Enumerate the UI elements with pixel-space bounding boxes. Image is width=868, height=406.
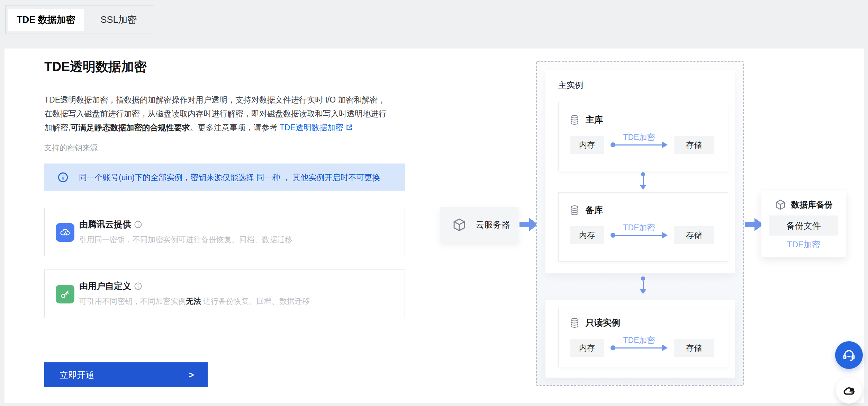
memory-box: 内存 — [570, 136, 604, 154]
arrow-right-icon — [745, 218, 763, 231]
standby-db-label: 备库 — [586, 204, 603, 216]
tde-doc-link[interactable]: TDE透明数据加密 — [280, 123, 343, 132]
key-source-label: 支持的密钥来源 — [44, 143, 98, 153]
option-desc-user: 可引用不同密钥，不同加密实例无法 进行备份恢复、回档、数据迁移 — [79, 296, 310, 307]
chevron-right-icon: > — [189, 370, 194, 380]
primary-db-card: 主库 内存 TDE加密 存储 — [558, 102, 728, 171]
readonly-instance-panel: 只读实例 内存 TDE加密 存储 — [545, 300, 735, 378]
cube-icon — [775, 199, 786, 211]
page-title: TDE透明数据加密 — [44, 58, 147, 76]
desc-line-2: 在数据写入磁盘前进行加密，从磁盘读取内存时进行解密，即对磁盘数据读取和写入时透明… — [44, 109, 387, 118]
option-title-tencent: 由腾讯云提供 — [79, 219, 131, 230]
cloud-notification-button[interactable] — [836, 377, 862, 404]
cloud-server-node: 云服务器 — [440, 207, 518, 242]
option-card-user-defined[interactable]: 由用户自定义 可引用不同密钥，不同加密实例无法 进行备份恢复、回档、数据迁移 — [44, 270, 405, 318]
activate-now-button[interactable]: 立即开通 > — [44, 362, 208, 387]
database-icon — [570, 205, 579, 215]
tooltip-info-icon[interactable] — [134, 282, 142, 290]
desc-line-3-prefix: 加解密, — [44, 123, 70, 132]
primary-instance-label: 主实例 — [558, 80, 583, 91]
encryption-tabbar: TDE 数据加密 SSL加密 — [5, 6, 154, 34]
database-backup-card: 数据库备份 备份文件 TDE加密 — [761, 191, 846, 257]
arrow-right-icon — [519, 218, 538, 231]
info-banner: 同一个账号(uin)下的全部实例，密钥来源仅能选择 同一种 ， 其他实例开启时不… — [44, 164, 405, 191]
tooltip-info-icon[interactable] — [134, 220, 142, 229]
cloud-server-label: 云服务器 — [476, 219, 510, 230]
tab-ssl-encryption[interactable]: SSL加密 — [84, 9, 154, 31]
backup-file-box: 备份文件 — [769, 215, 838, 236]
readonly-instance-card: 只读实例 内存 TDE加密 存储 — [558, 308, 728, 367]
option-title-user: 由用户自定义 — [79, 280, 131, 292]
memory-box: 内存 — [570, 339, 604, 357]
tde-encrypt-arrow: TDE加密 — [611, 141, 668, 148]
page: TDE 数据加密 SSL加密 TDE透明数据加密 TDE透明数据加密，指数据的加… — [0, 0, 868, 406]
desc-line-3-bold: 可满足静态数据加密的合规性要求 — [70, 123, 190, 132]
arrow-down-icon — [639, 172, 647, 190]
readonly-instance-label: 只读实例 — [586, 317, 620, 328]
option-desc-user-prefix: 可引用不同密钥，不同加密实例 — [79, 297, 186, 306]
banner-text: 同一个账号(uin)下的全部实例，密钥来源仅能选择 同一种 ， 其他实例开启时不… — [79, 172, 380, 183]
desc-line-1: TDE透明数据加密，指数据的加解密操作对用户透明，支持对数据文件进行实时 I/O… — [44, 95, 386, 104]
option-desc-user-bold: 无法 — [186, 297, 201, 306]
tde-encrypt-arrow: TDE加密 — [611, 232, 668, 239]
backup-tde-label: TDE加密 — [787, 239, 820, 250]
storage-box: 存储 — [674, 339, 714, 357]
activate-now-label: 立即开通 — [60, 369, 94, 381]
option-desc-tencent: 引用同一密钥，不同加密实例可进行备份恢复、回档、数据迁移 — [79, 235, 292, 245]
backup-title: 数据库备份 — [791, 199, 833, 210]
memory-box: 内存 — [570, 226, 604, 244]
tab-tde-encryption[interactable]: TDE 数据加密 — [8, 9, 84, 31]
option-desc-user-suffix: 进行备份恢复、回档、数据迁移 — [201, 297, 310, 306]
option-card-tencent-cloud[interactable]: 由腾讯云提供 引用同一密钥，不同加密实例可进行备份恢复、回档、数据迁移 — [44, 208, 405, 256]
database-icon — [570, 318, 579, 328]
cloud-bell-icon — [842, 383, 856, 398]
arrow-down-icon — [639, 276, 647, 294]
database-icon — [570, 115, 579, 125]
tde-description: TDE透明数据加密，指数据的加解密操作对用户透明，支持对数据文件进行实时 I/O… — [44, 93, 387, 135]
standby-db-card: 备库 内存 TDE加密 存储 — [558, 192, 728, 262]
external-link-icon[interactable] — [345, 122, 353, 135]
desc-line-3-mid: 。更多注意事项，请参考 — [190, 123, 279, 132]
tde-encrypt-label: TDE加密 — [611, 222, 668, 233]
storage-box: 存储 — [674, 226, 714, 244]
primary-db-label: 主库 — [586, 114, 603, 125]
cube-icon — [452, 218, 467, 232]
tde-encrypt-arrow: TDE加密 — [611, 344, 668, 351]
headset-icon — [841, 347, 857, 363]
tde-encrypt-label: TDE加密 — [611, 132, 668, 143]
customer-service-button[interactable] — [835, 341, 863, 369]
storage-box: 存储 — [674, 136, 714, 154]
cloud-icon — [56, 223, 74, 242]
key-icon — [56, 285, 74, 303]
primary-instance-panel: 主实例 主库 内存 TDE加密 存储 — [545, 70, 735, 273]
tde-encrypt-label: TDE加密 — [611, 335, 668, 346]
info-circle-icon — [57, 172, 69, 183]
